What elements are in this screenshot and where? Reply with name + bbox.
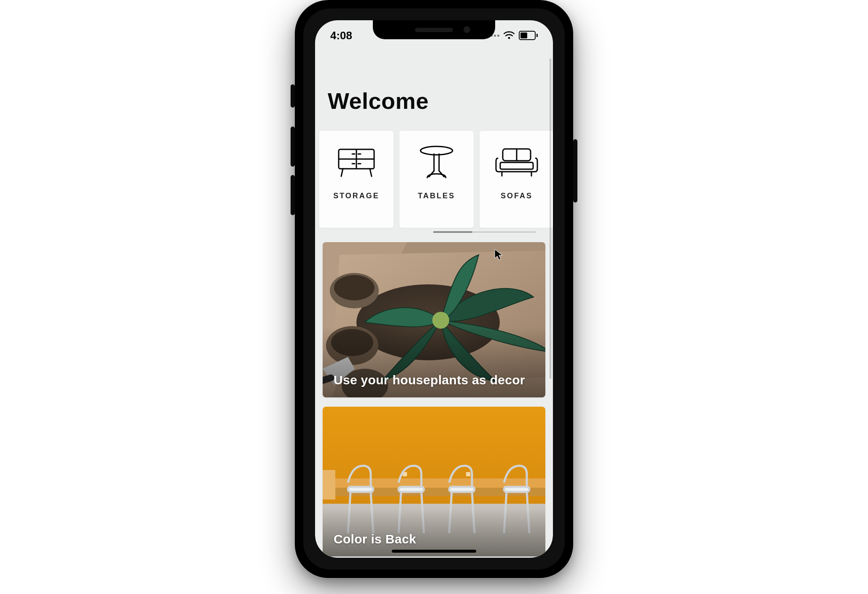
- svg-point-29: [432, 312, 449, 329]
- svg-rect-41: [399, 487, 424, 492]
- sofa-icon: [493, 143, 540, 182]
- app-content[interactable]: Welcome: [315, 20, 553, 558]
- wifi-icon: [504, 31, 515, 40]
- volume-up-button: [291, 127, 295, 167]
- svg-rect-35: [323, 470, 335, 500]
- article-card-houseplants[interactable]: Use your houseplants as decor: [323, 242, 545, 397]
- category-label: SOFAS: [501, 192, 533, 200]
- article-feed[interactable]: Use your houseplants as decor: [315, 228, 553, 558]
- svg-rect-38: [348, 487, 373, 492]
- category-card-tables[interactable]: TABLES: [399, 131, 474, 228]
- table-icon: [413, 143, 460, 182]
- power-button: [573, 139, 577, 202]
- category-label: TABLES: [418, 192, 456, 200]
- battery-icon: [519, 31, 538, 40]
- horizontal-scroll-indicator[interactable]: [433, 231, 536, 233]
- svg-rect-47: [504, 487, 529, 492]
- svg-line-9: [370, 169, 372, 176]
- svg-rect-37: [466, 472, 470, 476]
- phone-screen: 4:08: [315, 20, 553, 558]
- svg-line-8: [341, 169, 343, 176]
- svg-rect-15: [500, 162, 533, 169]
- category-card-storage[interactable]: STORAGE: [319, 131, 394, 228]
- notch: [373, 20, 495, 39]
- svg-point-0: [508, 37, 510, 39]
- mute-switch: [291, 84, 295, 108]
- svg-point-10: [421, 146, 453, 155]
- storage-icon: [333, 143, 380, 182]
- svg-point-23: [334, 275, 375, 300]
- category-label: STORAGE: [333, 192, 380, 200]
- page-title: Welcome: [328, 88, 540, 114]
- status-time: 4:08: [330, 29, 352, 42]
- phone-device-frame: 4:08: [295, 0, 573, 578]
- category-scroller[interactable]: STORAGE: [315, 131, 553, 228]
- category-card-sofas[interactable]: SOFAS: [480, 131, 553, 228]
- home-indicator[interactable]: [392, 550, 476, 553]
- volume-down-button: [291, 175, 295, 215]
- mouse-cursor-icon: [494, 249, 503, 261]
- article-title: Color is Back: [334, 532, 416, 546]
- svg-rect-44: [449, 487, 474, 492]
- article-card-color-back[interactable]: Color is Back: [323, 407, 545, 556]
- vertical-scroll-indicator[interactable]: [550, 58, 551, 379]
- article-title: Use your houseplants as decor: [334, 373, 525, 387]
